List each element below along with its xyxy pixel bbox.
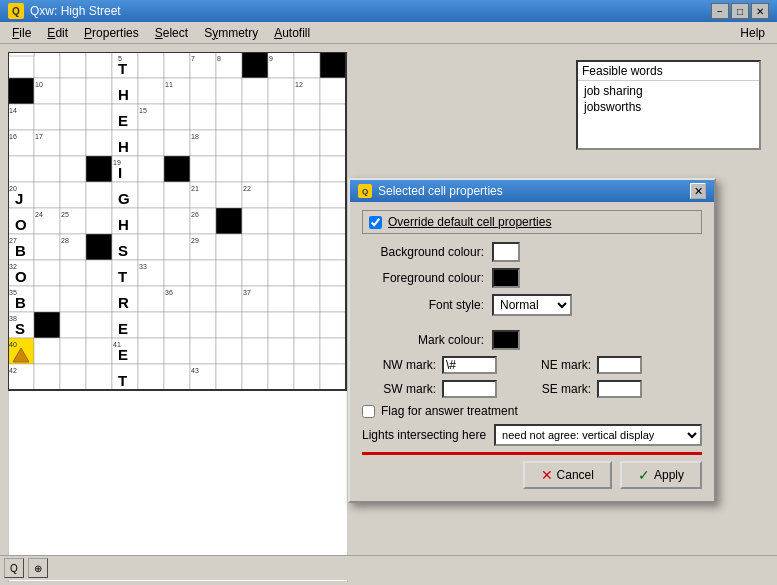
se-mark-input[interactable] <box>597 380 642 398</box>
lights-label: Lights intersecting here <box>362 428 486 442</box>
dialog-close-button[interactable]: ✕ <box>690 183 706 199</box>
dialog-divider <box>362 452 702 455</box>
dialog-buttons: ✕ Cancel ✓ Apply <box>362 461 702 493</box>
fg-colour-label: Foreground colour: <box>362 271 492 285</box>
modal-overlay: Q Selected cell properties ✕ Override de… <box>0 0 777 585</box>
flag-label: Flag for answer treatment <box>381 404 518 418</box>
lights-dropdown[interactable]: need not agree: vertical display must ag… <box>494 424 702 446</box>
dialog-title-bar: Q Selected cell properties ✕ <box>350 180 714 202</box>
dialog-title-text: Selected cell properties <box>378 184 690 198</box>
bg-colour-swatch[interactable] <box>492 242 520 262</box>
flag-checkbox[interactable] <box>362 405 375 418</box>
lights-row: Lights intersecting here need not agree:… <box>362 424 702 446</box>
apply-button[interactable]: ✓ Apply <box>620 461 702 489</box>
sw-mark-label: SW mark: <box>362 382 442 396</box>
flag-row: Flag for answer treatment <box>362 404 702 418</box>
ne-mark-label: NE mark: <box>527 358 597 372</box>
override-checkbox[interactable] <box>369 216 382 229</box>
sw-se-row: SW mark: SE mark: <box>362 380 702 398</box>
apply-icon: ✓ <box>638 467 650 483</box>
mark-colour-swatch[interactable] <box>492 330 520 350</box>
sw-mark-input[interactable] <box>442 380 497 398</box>
fg-colour-swatch[interactable] <box>492 268 520 288</box>
nw-ne-row: NW mark: NE mark: <box>362 356 702 374</box>
mark-colour-label: Mark colour: <box>362 333 492 347</box>
cell-properties-dialog: Q Selected cell properties ✕ Override de… <box>348 178 716 503</box>
font-style-row: Font style: Normal Bold Italic Bold Ital… <box>362 294 702 316</box>
override-row: Override default cell properties <box>362 210 702 234</box>
cancel-label: Cancel <box>557 468 594 482</box>
se-mark-label: SE mark: <box>527 382 597 396</box>
cancel-button[interactable]: ✕ Cancel <box>523 461 612 489</box>
font-style-label: Font style: <box>362 298 492 312</box>
nw-mark-input[interactable] <box>442 356 497 374</box>
dialog-icon: Q <box>358 184 372 198</box>
bg-colour-row: Background colour: <box>362 242 702 262</box>
fg-colour-row: Foreground colour: <box>362 268 702 288</box>
mark-colour-row: Mark colour: <box>362 330 702 350</box>
ne-mark-input[interactable] <box>597 356 642 374</box>
override-label: Override default cell properties <box>388 215 551 229</box>
cancel-icon: ✕ <box>541 467 553 483</box>
apply-label: Apply <box>654 468 684 482</box>
nw-mark-label: NW mark: <box>362 358 442 372</box>
bg-colour-label: Background colour: <box>362 245 492 259</box>
dialog-body: Override default cell properties Backgro… <box>350 202 714 501</box>
font-style-select[interactable]: Normal Bold Italic Bold Italic <box>492 294 572 316</box>
